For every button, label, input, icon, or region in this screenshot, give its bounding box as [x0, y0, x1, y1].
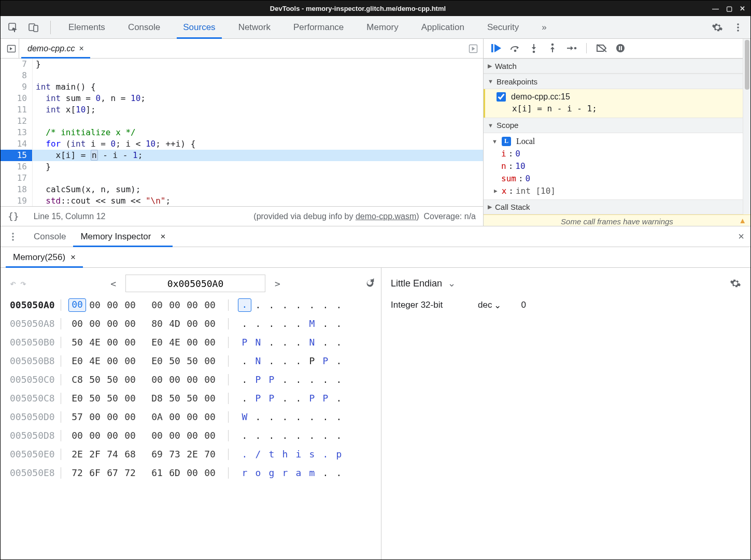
- drawer-close-icon[interactable]: ×: [732, 231, 750, 242]
- hex-row[interactable]: 005050A00000000000000000........: [10, 296, 376, 314]
- tabs-overflow-icon[interactable]: »: [533, 16, 555, 38]
- close-icon[interactable]: ×: [70, 252, 76, 263]
- code-line[interactable]: [33, 116, 483, 127]
- code-line[interactable]: int x[10];: [33, 104, 483, 116]
- scrollbar-thumb[interactable]: [745, 40, 749, 90]
- watch-section-header[interactable]: ▶ Watch: [484, 59, 750, 74]
- hex-row[interactable]: 005050A800000000804D0000.....M..: [10, 314, 376, 333]
- code-line[interactable]: [33, 173, 483, 184]
- value-settings-gear-icon[interactable]: [730, 278, 741, 289]
- breakpoint-row[interactable]: demo-cpp.cc:15 x[i] = n - i - 1;: [484, 89, 750, 118]
- code-line[interactable]: }: [33, 59, 483, 70]
- code-editor[interactable]: 789101112131415161718192021 } int main()…: [1, 59, 483, 206]
- step-out-icon[interactable]: [547, 42, 558, 54]
- svg-point-4: [737, 26, 739, 28]
- code-line[interactable]: for (int i = 0; i < 10; ++i) {: [33, 138, 483, 150]
- show-navigator-icon[interactable]: [4, 39, 19, 58]
- history-forward-icon[interactable]: ↷: [20, 277, 26, 290]
- file-tab[interactable]: demo-cpp.cc ×: [21, 39, 90, 58]
- tab-network[interactable]: Network: [230, 16, 279, 38]
- code-line[interactable]: [33, 70, 483, 81]
- tab-console[interactable]: Console: [120, 16, 168, 38]
- memory-inspector-body: ↶ ↷ < > 005050A00000000000000000........…: [1, 268, 750, 559]
- next-page-icon[interactable]: >: [275, 278, 280, 289]
- close-icon[interactable]: ×: [160, 232, 165, 242]
- tab-sources[interactable]: Sources: [175, 16, 223, 38]
- code-line[interactable]: int sum = 0, n = 10;: [33, 93, 483, 104]
- inspect-element-icon[interactable]: [6, 20, 20, 35]
- pretty-print-icon[interactable]: {}: [8, 211, 19, 222]
- hex-row[interactable]: 005050E02E2F746869732E70./this.p: [10, 445, 376, 464]
- svg-point-10: [533, 51, 535, 53]
- scope-section-header[interactable]: ▼ Scope: [484, 118, 750, 133]
- prev-page-icon[interactable]: <: [110, 278, 116, 289]
- code-line[interactable]: /* initialize x */: [33, 127, 483, 138]
- value-format-select[interactable]: dec ⌄: [478, 300, 501, 311]
- breakpoints-section-header[interactable]: ▼ Breakpoints: [484, 74, 750, 89]
- history-back-icon[interactable]: ↶: [10, 277, 16, 290]
- window-maximize-icon[interactable]: ▢: [726, 5, 732, 12]
- window-minimize-icon[interactable]: —: [712, 5, 719, 12]
- refresh-icon[interactable]: [364, 278, 376, 289]
- resume-icon[interactable]: [491, 42, 502, 54]
- hex-row[interactable]: 005050B0504E0000E04E0000PN...N..: [10, 333, 376, 352]
- hex-row[interactable]: 005050C0C850500000000000.PP.....: [10, 370, 376, 389]
- tab-performance[interactable]: Performance: [285, 16, 352, 38]
- tab-memory[interactable]: Memory: [358, 16, 406, 38]
- file-tab-bar: demo-cpp.cc ×: [1, 39, 483, 59]
- main-tab-bar: ElementsConsoleSourcesNetworkPerformance…: [1, 16, 750, 39]
- warning-icon: ▲: [739, 216, 746, 225]
- step-into-icon[interactable]: [528, 42, 540, 54]
- endianness-select[interactable]: Little Endian ⌄: [391, 278, 456, 289]
- scope-local-header[interactable]: ▼ L Local: [487, 135, 747, 148]
- svg-rect-8: [491, 44, 493, 52]
- code-line[interactable]: calcSum(x, n, sum);: [33, 184, 483, 195]
- debugger-toolbar: [484, 39, 750, 59]
- step-over-icon[interactable]: [509, 42, 521, 54]
- breakpoint-checkbox[interactable]: [497, 92, 506, 102]
- titlebar: DevTools - memory-inspector.glitch.me/de…: [1, 1, 750, 16]
- hex-row[interactable]: 005050D0570000000A000000W.......: [10, 408, 376, 426]
- scope-var[interactable]: n: 10: [487, 160, 747, 173]
- call-stack-section-header[interactable]: ▶ Call Stack: [484, 199, 750, 215]
- drawer-tab-memory-inspector[interactable]: Memory Inspector×: [73, 226, 173, 247]
- scope-var[interactable]: ▶x: int [10]: [487, 185, 747, 197]
- chevron-down-icon: ⌄: [494, 300, 501, 311]
- step-icon[interactable]: [565, 42, 577, 54]
- scope-var[interactable]: sum: 0: [487, 173, 747, 185]
- scope-var[interactable]: i: 0: [487, 148, 747, 160]
- scrollbar[interactable]: [743, 39, 750, 226]
- code-line[interactable]: std::cout << sum << "\n";: [33, 195, 483, 206]
- debug-info-link[interactable]: demo-cpp.wasm: [356, 212, 416, 221]
- close-tab-icon[interactable]: ×: [79, 44, 84, 53]
- settings-gear-icon[interactable]: [710, 20, 725, 35]
- memory-tab-bar: Memory(256) ×: [1, 247, 750, 268]
- svg-rect-15: [619, 46, 620, 50]
- window-close-icon[interactable]: ✕: [740, 5, 745, 12]
- tab-application[interactable]: Application: [413, 16, 473, 38]
- code-line[interactable]: }: [33, 161, 483, 173]
- code-line[interactable]: x[i] = n - i - 1;: [33, 150, 483, 161]
- kebab-menu-icon[interactable]: [731, 20, 745, 35]
- status-right: (provided via debug info by demo-cpp.was…: [253, 212, 476, 221]
- tab-security[interactable]: Security: [479, 16, 527, 38]
- pause-on-exceptions-icon[interactable]: [615, 42, 626, 54]
- call-stack-warning: Some call frames have warnings ▲: [484, 214, 750, 226]
- hex-row[interactable]: 005050B8E04E0000E0505000.N...PP.: [10, 352, 376, 370]
- hex-row[interactable]: 005050C8E0505000D8505000.PP..PP.: [10, 389, 376, 408]
- svg-point-18: [12, 236, 14, 238]
- deactivate-breakpoints-icon[interactable]: [596, 42, 607, 54]
- chevron-right-icon: ▶: [494, 188, 498, 194]
- drawer-tab-console[interactable]: Console: [26, 226, 73, 247]
- drawer-menu-icon[interactable]: [3, 226, 23, 247]
- svg-point-9: [514, 50, 517, 52]
- address-input[interactable]: [125, 275, 265, 292]
- device-toggle-icon[interactable]: [26, 20, 41, 35]
- hex-row[interactable]: 005050D80000000000000000........: [10, 426, 376, 445]
- code-line[interactable]: int main() {: [33, 81, 483, 93]
- memory-tab[interactable]: Memory(256) ×: [6, 247, 83, 267]
- value-interpreter: Little Endian ⌄ Integer 32-bit dec ⌄ 0: [381, 268, 750, 559]
- run-snippet-icon[interactable]: [469, 44, 478, 53]
- tab-elements[interactable]: Elements: [60, 16, 114, 38]
- hex-row[interactable]: 005050E8726F6772616D0000rogram..: [10, 464, 376, 482]
